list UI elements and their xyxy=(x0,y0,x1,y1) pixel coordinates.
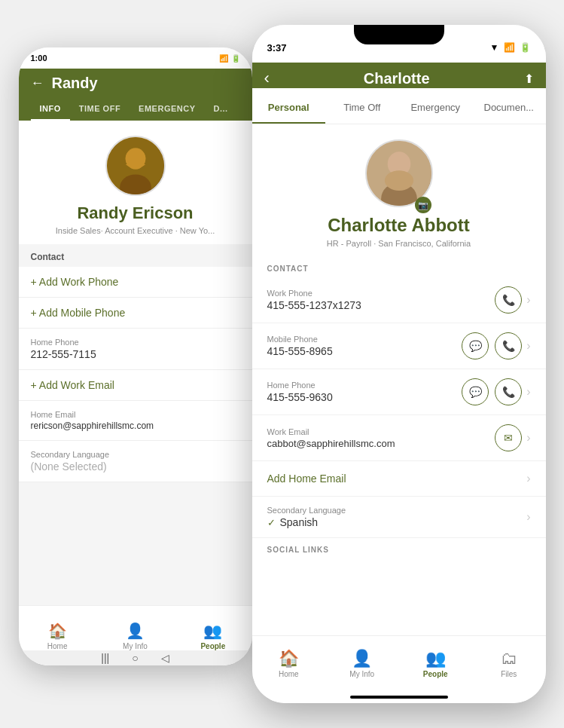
phone1-add-mobile-phone[interactable]: + Add Mobile Phone xyxy=(19,298,252,329)
phone2-mobile-phone: Mobile Phone 415-555-8965 💬 📞 › xyxy=(252,323,546,369)
phone2-time: 3:37 xyxy=(267,42,287,54)
phone2-nav-myinfo[interactable]: 👤 My Info xyxy=(325,636,399,703)
phone2-social-links-label: SOCIAL LINKS xyxy=(252,538,546,558)
phone2-avatar-container: 📷 xyxy=(365,139,433,215)
phone1-avatar xyxy=(105,136,166,196)
phone1-tab-timeoff[interactable]: TIME OFF xyxy=(70,98,130,121)
call-mobile-phone-button[interactable]: 📞 xyxy=(495,332,522,359)
call-home-phone-button[interactable]: 📞 xyxy=(495,378,522,405)
phone2-tab-timeoff[interactable]: Time Off xyxy=(325,93,399,124)
work-phone-chevron: › xyxy=(526,293,530,307)
phone2-add-home-email[interactable]: Add Home Email › xyxy=(252,461,546,497)
mobile-phone-chevron: › xyxy=(526,339,530,353)
phone1-back-button[interactable]: ← xyxy=(31,75,44,91)
phone1-profile-name: Randy Ericson xyxy=(77,203,193,223)
android-recent[interactable]: ||| xyxy=(101,652,109,664)
phone2-bottom-nav: 🏠 Home 👤 My Info 👥 People 🗂 Files xyxy=(252,635,546,703)
phone2-tab-emergency[interactable]: Emergency xyxy=(399,93,473,124)
phone2-work-phone: Work Phone 415-555-1237x1273 📞 › xyxy=(252,277,546,323)
phone2-body: 📷 Charlotte Abbott HR - Payroll · San Fr… xyxy=(252,124,546,637)
work-email-chevron: › xyxy=(526,431,530,445)
camera-icon[interactable]: 📷 xyxy=(415,197,431,213)
phone2-home-indicator xyxy=(350,696,448,699)
home-icon: 🏠 xyxy=(48,622,67,640)
phone2-tabs: Personal Time Off Emergency Documen... xyxy=(252,93,546,124)
phone1-home-phone: Home Phone 212-555-7115 xyxy=(19,329,252,370)
share-icon[interactable]: ⬆ xyxy=(524,72,534,86)
phone1-status-bar: 1:00 📶 🔋 xyxy=(19,47,252,69)
phone1-status-icons: 📶 🔋 xyxy=(219,54,240,63)
phone1-device: 1:00 📶 🔋 ← Randy INFO TIME OFF EMERGENCY… xyxy=(19,47,252,665)
phone2-nav-home[interactable]: 🏠 Home xyxy=(252,636,326,703)
phone1-tab-info[interactable]: INFO xyxy=(31,98,70,121)
phone2-secondary-language[interactable]: Secondary Language ✓ Spanish › xyxy=(252,497,546,538)
phone2-home-phone: Home Phone 415-555-9630 💬 📞 › xyxy=(252,369,546,415)
check-icon: ✓ xyxy=(267,517,276,528)
home-nav-icon: 🏠 xyxy=(279,649,299,668)
home-phone-chevron: › xyxy=(526,385,530,399)
people-icon: 👥 xyxy=(203,622,222,640)
phone2-nav-people[interactable]: 👥 People xyxy=(399,636,473,703)
phone1-add-work-phone[interactable]: + Add Work Phone xyxy=(19,267,252,298)
phone1-secondary-language: Secondary Language (None Selected) xyxy=(19,441,252,482)
email-work-email-button[interactable]: ✉ xyxy=(495,424,522,451)
phone1-tabs: INFO TIME OFF EMERGENCY D... xyxy=(31,98,240,121)
phone2-back-button[interactable]: ‹ xyxy=(264,69,270,88)
phone1-tab-emergency[interactable]: EMERGENCY xyxy=(130,98,204,121)
phone2-username: Charlotte xyxy=(270,70,524,87)
person-icon: 👤 xyxy=(126,622,145,640)
phone2-profile-name: Charlotte Abbott xyxy=(328,215,469,236)
phone1-header: ← Randy INFO TIME OFF EMERGENCY D... xyxy=(19,69,252,121)
phone1-add-work-email[interactable]: + Add Work Email xyxy=(19,370,252,401)
phone1-profile-subtitle: Inside Sales· Account Executive · New Yo… xyxy=(56,226,215,235)
phone1-android-nav: ||| ○ ◁ xyxy=(19,650,252,665)
phone1-contact-header: Contact xyxy=(19,244,252,267)
android-home[interactable]: ○ xyxy=(132,652,138,664)
secondary-language-chevron: › xyxy=(526,510,530,524)
phone2-notch xyxy=(354,25,444,44)
phone1-home-email: Home Email rericson@sapphirehillsmc.com xyxy=(19,401,252,441)
phone1-profile: Randy Ericson Inside Sales· Account Exec… xyxy=(19,121,252,244)
sms-mobile-phone-button[interactable]: 💬 xyxy=(462,332,489,359)
phone1-tab-d[interactable]: D... xyxy=(205,98,237,121)
phone2-profile-subtitle: HR - Payroll · San Francisco, California xyxy=(327,239,471,248)
phones-wrapper: 1:00 📶 🔋 ← Randy INFO TIME OFF EMERGENCY… xyxy=(19,25,546,703)
phone2-tab-personal[interactable]: Personal xyxy=(252,93,326,124)
files-nav-icon: 🗂 xyxy=(501,649,517,668)
phone2-nav-files[interactable]: 🗂 Files xyxy=(472,636,546,703)
phone2-work-email: Work Email cabbot@sapphirehillsmc.com ✉ … xyxy=(252,415,546,461)
people-nav-icon: 👥 xyxy=(425,649,446,668)
phone2-profile: 📷 Charlotte Abbott HR - Payroll · San Fr… xyxy=(252,124,546,257)
add-home-email-chevron: › xyxy=(526,472,530,485)
android-back[interactable]: ◁ xyxy=(161,652,169,664)
phone1-body: Randy Ericson Inside Sales· Account Exec… xyxy=(19,121,252,618)
phone2-header: ‹ Charlotte ⬆ xyxy=(252,63,546,88)
phone2-contact-label: CONTACT xyxy=(252,257,546,277)
call-work-phone-button[interactable]: 📞 xyxy=(495,286,522,314)
myinfo-nav-icon: 👤 xyxy=(352,649,372,668)
phone2-tab-documents[interactable]: Documen... xyxy=(472,93,546,124)
sms-home-phone-button[interactable]: 💬 xyxy=(462,378,489,405)
phone1-username: Randy xyxy=(52,75,98,92)
svg-point-7 xyxy=(384,170,413,191)
phone1-time: 1:00 xyxy=(31,54,47,63)
phone2-device: 3:37 ▼ 📶 🔋 ‹ Charlotte ⬆ Personal Time O… xyxy=(252,25,546,703)
phone2-status-icons: ▼ 📶 🔋 xyxy=(490,42,531,53)
